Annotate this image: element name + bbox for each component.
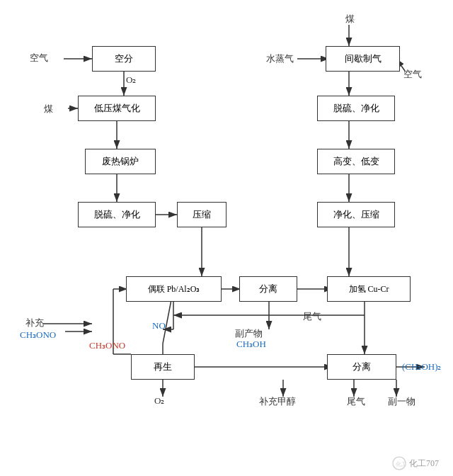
box-gaodi: 高变、低变: [317, 149, 395, 174]
label-ch3ono2: CH₃ONO: [89, 340, 125, 351]
label-o2: O₂: [126, 74, 136, 86]
label-weiq2: 尾气: [347, 395, 365, 408]
box-label-tuoliu1: 脱硫、净化: [94, 208, 140, 221]
box-label-feire: 废热锅炉: [102, 155, 139, 168]
label-air1: 空气: [30, 52, 48, 64]
watermark: 化工 化工707: [392, 456, 439, 470]
box-fenli2: 分离: [327, 354, 396, 380]
label-fuchanwu: 副一物: [388, 395, 415, 408]
label-ch3oh: CH₃OH: [236, 339, 266, 350]
svg-text:化工: 化工: [396, 461, 406, 468]
label-coal1: 煤: [44, 103, 53, 115]
box-label-yasuo1: 压缩: [193, 208, 211, 221]
box-label-gaodi: 高变、低变: [333, 155, 379, 168]
box-label-jiaqing: 加氢 Cu-Cr: [349, 283, 389, 295]
box-label-fenli2: 分离: [352, 361, 371, 373]
label-no: NO: [152, 320, 166, 332]
box-feire: 废热锅炉: [85, 149, 156, 174]
box-tuoliu1: 脱硫、净化: [78, 202, 156, 227]
label-steam: 水蒸气: [266, 52, 294, 65]
box-kongfen: 空分: [92, 46, 156, 72]
label-coal2: 煤: [345, 13, 355, 26]
box-label-oujian: 偶联 Pb/Al₂O₃: [148, 283, 200, 295]
box-zaisheng: 再生: [131, 354, 195, 380]
label-ch3ono1: CH₃ONO: [20, 329, 56, 341]
watermark-text: 化工707: [409, 458, 439, 470]
box-label-kongfen: 空分: [115, 52, 133, 65]
box-diyas: 低压煤气化: [78, 96, 156, 121]
box-tuoliu2: 脱硫、净化: [317, 96, 395, 121]
box-label-jianzhiqi: 间歇制气: [345, 52, 382, 65]
box-label-zaisheng: 再生: [154, 361, 172, 373]
label-weiq1: 尾气: [303, 310, 321, 323]
box-jiaqing: 加氢 Cu-Cr: [327, 276, 411, 302]
box-yasuo1: 压缩: [177, 202, 226, 227]
flow-diagram: 空分 低压煤气化 废热锅炉 脱硫、净化 压缩 偶联 Pb/Al₂O₃ 分离 加氢…: [0, 0, 453, 476]
box-label-fenli1: 分离: [259, 283, 277, 295]
label-o2-bottom: O₂: [154, 395, 164, 407]
box-jianzhiqi: 间歇制气: [326, 46, 400, 72]
box-fenli1: 分离: [239, 276, 297, 302]
box-oujian: 偶联 Pb/Al₂O₃: [126, 276, 222, 302]
label-buchong2: 补充甲醇: [259, 395, 296, 408]
label-ch3oh2: (CH₂OH)₂: [402, 361, 442, 373]
label-air2: 空气: [403, 68, 422, 81]
box-label-jinghua2: 净化、压缩: [333, 208, 379, 221]
box-jinghua2: 净化、压缩: [317, 202, 395, 227]
box-label-diyas: 低压煤气化: [94, 102, 140, 115]
box-label-tuoliu2: 脱硫、净化: [333, 102, 379, 115]
label-buchong: 补充: [25, 317, 44, 329]
